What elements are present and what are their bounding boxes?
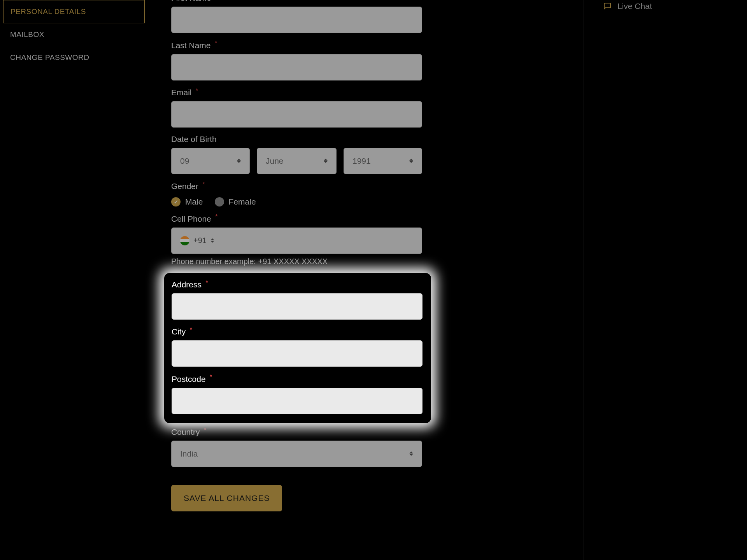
chevron-updown-icon	[324, 159, 328, 163]
right-panel: Live Chat	[584, 0, 747, 560]
highlighted-address-section: Address * City * Postcode *	[164, 273, 431, 423]
gender-label: Gender	[171, 182, 198, 191]
address-group: Address *	[172, 280, 424, 320]
last-name-input[interactable]	[171, 54, 422, 80]
city-input[interactable]	[172, 340, 423, 367]
city-label: City	[172, 327, 186, 336]
required-asterisk: *	[203, 181, 205, 188]
cell-phone-group: Cell Phone * +91 Phone number example: +…	[171, 214, 560, 266]
chat-icon	[603, 2, 612, 11]
radio-selected-icon: ✓	[171, 197, 181, 206]
dob-day-select[interactable]: 09	[171, 148, 250, 174]
save-all-changes-button[interactable]: SAVE ALL CHANGES	[171, 485, 282, 511]
required-asterisk: *	[190, 327, 192, 333]
last-name-label: Last Name	[171, 41, 211, 50]
gender-female-label: Female	[229, 197, 256, 206]
phone-hint: Phone number example: +91 XXXXX XXXXX	[171, 257, 560, 266]
phone-code: +91	[193, 236, 207, 245]
postcode-input[interactable]	[172, 388, 423, 414]
phone-country-select[interactable]: +91	[180, 236, 219, 245]
dob-label: Date of Birth	[171, 135, 217, 144]
chevron-updown-icon	[237, 159, 241, 163]
email-group: Email *	[171, 88, 560, 128]
required-asterisk: *	[210, 374, 212, 380]
required-asterisk: *	[204, 427, 206, 434]
radio-unselected-icon	[215, 197, 224, 206]
required-asterisk: *	[215, 40, 217, 47]
sidebar-item-change-password[interactable]: CHANGE PASSWORD	[3, 46, 145, 69]
first-name-group: First Name *	[171, 0, 560, 33]
india-flag-icon	[180, 236, 189, 245]
address-label: Address	[172, 280, 202, 289]
chevron-updown-icon	[409, 452, 413, 456]
chevron-updown-icon	[409, 159, 413, 163]
sidebar-item-mailbox[interactable]: MAILBOX	[3, 23, 145, 46]
postcode-group: Postcode *	[172, 374, 424, 414]
postcode-label: Postcode	[172, 374, 206, 384]
dob-year-value: 1991	[352, 156, 371, 166]
dob-year-select[interactable]: 1991	[344, 148, 422, 174]
dob-day-value: 09	[180, 156, 189, 166]
first-name-input[interactable]	[171, 7, 422, 33]
first-name-label: First Name	[171, 0, 211, 3]
dob-month-select[interactable]: June	[257, 148, 337, 174]
email-input[interactable]	[171, 101, 422, 128]
phone-input-row: +91	[171, 228, 422, 254]
gender-male-radio[interactable]: ✓ Male	[171, 197, 203, 206]
gender-group: Gender * ✓ Male Female	[171, 181, 560, 206]
country-group: Country * India	[171, 427, 560, 467]
country-value: India	[180, 449, 198, 458]
dob-group: Date of Birth 09 June 1991	[171, 135, 560, 174]
live-chat-button[interactable]: Live Chat	[592, 0, 739, 12]
required-asterisk: *	[215, 214, 217, 220]
dob-month-value: June	[266, 156, 284, 166]
country-label: Country	[171, 427, 200, 437]
gender-male-label: Male	[185, 197, 203, 206]
email-label: Email	[171, 88, 192, 97]
required-asterisk: *	[206, 280, 208, 286]
sidebar: PERSONAL DETAILS MAILBOX CHANGE PASSWORD	[0, 0, 148, 560]
gender-female-radio[interactable]: Female	[215, 197, 256, 206]
sidebar-item-personal-details[interactable]: PERSONAL DETAILS	[3, 0, 145, 23]
phone-number-input[interactable]	[219, 236, 413, 245]
country-select[interactable]: India	[171, 441, 422, 467]
required-asterisk: *	[196, 88, 198, 94]
address-input[interactable]	[172, 293, 423, 320]
live-chat-label: Live Chat	[617, 2, 652, 11]
last-name-group: Last Name *	[171, 40, 560, 80]
chevron-updown-icon	[210, 238, 214, 243]
cell-phone-label: Cell Phone	[171, 214, 211, 224]
main-form: First Name * Last Name * Email * Date of…	[148, 0, 584, 560]
city-group: City *	[172, 327, 424, 367]
